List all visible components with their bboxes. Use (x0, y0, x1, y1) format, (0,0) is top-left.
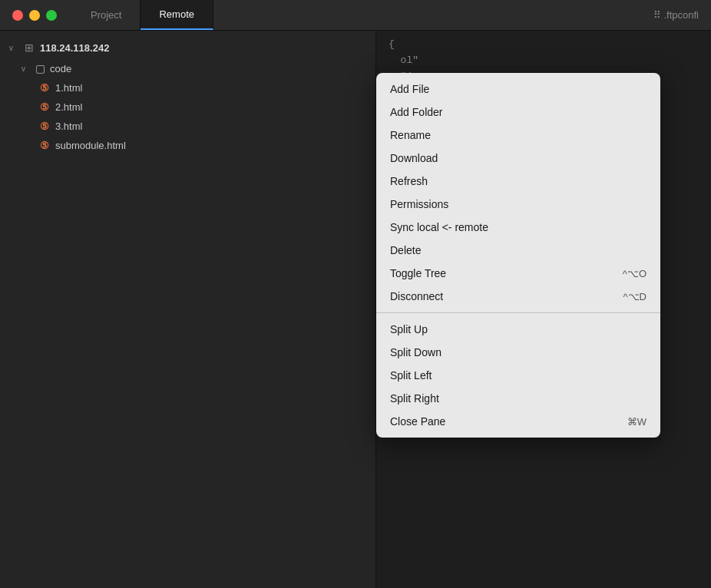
menu-item-refresh[interactable]: Refresh (376, 170, 660, 193)
tab-bar: Project Remote (72, 0, 213, 30)
html-icon: ⑤ (40, 101, 49, 113)
menu-section-1: Add File Add Folder Rename Download Refr… (376, 73, 660, 312)
context-menu: Add File Add Folder Rename Download Refr… (376, 73, 660, 438)
menu-item-split-right[interactable]: Split Right (376, 387, 660, 410)
menu-item-split-left[interactable]: Split Left (376, 364, 660, 387)
folder-chevron-icon: v (21, 64, 31, 73)
file-name: 3.html (55, 121, 82, 132)
file-row-submodulehtml[interactable]: ⑤ submodule.html (0, 136, 375, 155)
code-line: ol" (389, 53, 699, 69)
menu-item-add-folder[interactable]: Add Folder (376, 101, 660, 124)
html-icon: ⑤ (40, 140, 49, 151)
folder-name: code (50, 63, 71, 74)
code-line: { (389, 37, 699, 53)
menu-item-disconnect[interactable]: Disconnect ^⌥D (376, 285, 660, 308)
sidebar-panel: v ⊞ 118.24.118.242 v ▢ code ⑤ 1.html ⑤ 2… (0, 31, 376, 588)
server-row[interactable]: v ⊞ 118.24.118.242 (0, 37, 375, 58)
menu-item-permissions[interactable]: Permissions (376, 193, 660, 216)
ftp-config-label: ⠿ .ftpconfi (653, 9, 711, 21)
file-row-1html[interactable]: ⑤ 1.html (0, 78, 375, 97)
menu-item-download[interactable]: Download (376, 147, 660, 170)
file-name: 2.html (55, 101, 82, 113)
menu-item-toggle-tree[interactable]: Toggle Tree ^⌥O (376, 262, 660, 285)
server-icon: ⊞ (25, 41, 34, 54)
file-row-3html[interactable]: ⑤ 3.html (0, 117, 375, 136)
menu-item-sync-local[interactable]: Sync local <- remote (376, 216, 660, 239)
maximize-button[interactable] (46, 10, 57, 21)
menu-item-add-file[interactable]: Add File (376, 78, 660, 101)
file-name: submodule.html (55, 140, 126, 151)
close-button[interactable] (12, 10, 23, 21)
menu-section-2: Split Up Split Down Split Left Split Rig… (376, 312, 660, 438)
file-row-2html[interactable]: ⑤ 2.html (0, 97, 375, 117)
menu-item-delete[interactable]: Delete (376, 239, 660, 262)
menu-item-rename[interactable]: Rename (376, 124, 660, 147)
titlebar: Project Remote ⠿ .ftpconfi (0, 0, 711, 31)
server-ip: 118.24.118.242 (40, 42, 109, 54)
menu-item-close-pane[interactable]: Close Pane ⌘W (376, 410, 660, 433)
menu-item-split-up[interactable]: Split Up (376, 318, 660, 341)
tab-project[interactable]: Project (72, 0, 141, 30)
html-icon: ⑤ (40, 82, 49, 94)
minimize-button[interactable] (29, 10, 40, 21)
html-icon: ⑤ (40, 121, 49, 132)
tab-remote[interactable]: Remote (141, 0, 213, 30)
menu-item-split-down[interactable]: Split Down (376, 341, 660, 364)
folder-row-code[interactable]: v ▢ code (0, 58, 375, 78)
traffic-lights (0, 10, 57, 21)
server-chevron-icon: v (9, 44, 18, 52)
folder-icon: ▢ (35, 62, 45, 74)
file-name: 1.html (55, 82, 82, 94)
